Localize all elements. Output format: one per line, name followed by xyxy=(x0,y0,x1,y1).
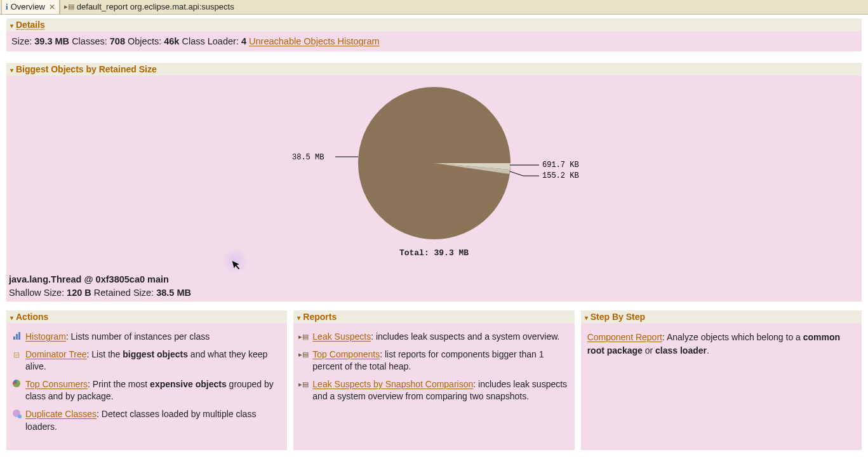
details-title: Details xyxy=(16,20,45,30)
selected-object-name: java.lang.Thread @ 0xf3805ca0 main xyxy=(9,273,191,287)
classloader-value: 4 xyxy=(241,36,246,46)
duplicate-icon xyxy=(11,408,22,417)
leak-suspects-desc: : includes leak suspects and a system ov… xyxy=(371,331,559,342)
retained-size-value: 38.5 MB xyxy=(156,288,191,298)
collapse-icon: ▾ xyxy=(10,22,13,29)
collapse-icon: ▾ xyxy=(297,314,300,321)
shallow-size-value: 120 B xyxy=(67,288,91,298)
pie-label-b: 155.2 KB xyxy=(542,171,579,180)
info-icon: i xyxy=(6,2,8,12)
classes-value: 708 xyxy=(110,36,125,46)
collapse-icon: ▾ xyxy=(585,314,588,321)
leak-suspects-link[interactable]: Leak Suspects xyxy=(312,331,371,342)
tab-overview-label: Overview xyxy=(11,2,45,11)
reports-title: Reports xyxy=(303,312,337,322)
size-value: 39.3 MB xyxy=(34,36,69,46)
chart-total: Total: 39.3 MB xyxy=(11,248,857,258)
reports-section-header[interactable]: ▾Reports xyxy=(293,310,574,323)
size-label: Size: xyxy=(11,36,32,46)
component-report-link[interactable]: Component Report xyxy=(587,332,662,342)
tab-overview[interactable]: i Overview ✕ xyxy=(1,0,60,14)
close-icon[interactable]: ✕ xyxy=(48,3,55,11)
top-consumers-link[interactable]: Top Consumers xyxy=(25,379,88,389)
step-by-step-title: Step By Step xyxy=(591,312,645,322)
classes-label: Classes: xyxy=(72,36,107,46)
histogram-icon xyxy=(11,331,22,340)
histogram-link[interactable]: Histogram xyxy=(25,331,66,342)
shallow-size-label: Shallow Size: xyxy=(9,288,64,298)
duplicate-classes-link[interactable]: Duplicate Classes xyxy=(25,409,97,419)
pie-chart[interactable]: 38.5 MB 691.7 KB 155.2 KB xyxy=(180,81,688,246)
collapse-icon: ▾ xyxy=(10,67,13,74)
histogram-desc: : Lists number of instances per class xyxy=(66,331,210,342)
leak-suspects-comparison-link[interactable]: Leak Suspects by Snapshot Comparison xyxy=(312,379,473,389)
dominator-tree-link[interactable]: Dominator Tree xyxy=(25,349,86,359)
svg-line-3 xyxy=(510,171,523,176)
actions-section-header[interactable]: ▾Actions xyxy=(6,310,287,323)
reports-box: ▸▤ Leak Suspects: includes leak suspects… xyxy=(293,323,574,450)
classloader-label: Class Loader: xyxy=(182,36,238,46)
actions-box: Histogram: Lists number of instances per… xyxy=(6,323,287,450)
actions-title: Actions xyxy=(16,312,48,322)
tab-default-report[interactable]: ▸▤ default_report org.eclipse.mat.api:su… xyxy=(60,0,239,14)
biggest-objects-section-header[interactable]: ▾Biggest Objects by Retained Size xyxy=(6,63,862,76)
report-icon: ▸▤ xyxy=(298,331,309,342)
biggest-objects-title: Biggest Objects by Retained Size xyxy=(16,64,157,74)
collapse-icon: ▾ xyxy=(10,314,13,321)
details-section-header[interactable]: ▾Details xyxy=(6,18,862,31)
report-icon: ▸▤ xyxy=(298,349,309,359)
pie-label-a: 691.7 KB xyxy=(542,161,579,170)
pie-label-main: 38.5 MB xyxy=(292,153,324,162)
mouse-cursor-icon xyxy=(231,257,244,272)
selected-object-info: java.lang.Thread @ 0xf3805ca0 main Shall… xyxy=(9,273,191,301)
tab-default-report-label: default_report org.eclipse.mat.api:suspe… xyxy=(77,2,234,11)
tree-icon: ⊟ xyxy=(11,349,22,361)
report-icon: ▸▤ xyxy=(298,378,309,389)
unreachable-objects-link[interactable]: Unreachable Objects Histogram xyxy=(249,36,380,46)
report-icon: ▸▤ xyxy=(64,3,74,11)
step-by-step-box: Component Report: Analyze objects which … xyxy=(581,323,862,450)
objects-value: 46k xyxy=(164,36,179,46)
details-box: Size: 39.3 MB Classes: 708 Objects: 46k … xyxy=(6,31,862,51)
retained-size-label: Retained Size: xyxy=(94,288,154,298)
pie-icon xyxy=(11,378,22,387)
objects-label: Objects: xyxy=(128,36,161,46)
top-components-link[interactable]: Top Components xyxy=(312,349,380,359)
step-by-step-section-header[interactable]: ▾Step By Step xyxy=(581,310,862,323)
tab-bar: i Overview ✕ ▸▤ default_report org.eclip… xyxy=(0,0,868,15)
biggest-objects-chart[interactable]: 38.5 MB 691.7 KB 155.2 KB Total: 39.3 MB… xyxy=(6,76,862,302)
